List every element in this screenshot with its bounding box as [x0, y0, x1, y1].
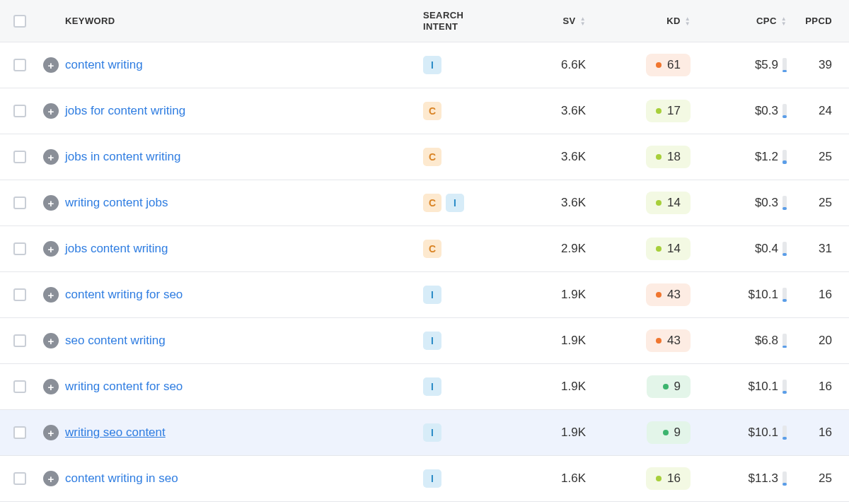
keyword-link[interactable]: content writing in seo	[65, 471, 178, 485]
kd-value: 18	[667, 150, 681, 164]
table-row: +writing seo contentI1.9K9$10.116	[0, 410, 849, 456]
sv-value: 1.9K	[561, 288, 586, 302]
sv-value: 3.6K	[561, 196, 586, 210]
intent-informational-badge[interactable]: I	[446, 194, 464, 212]
row-checkbox[interactable]	[13, 197, 26, 209]
kd-dot-icon	[656, 476, 662, 481]
sort-icon: ▲▼	[781, 16, 787, 26]
kd-dot-icon	[656, 62, 662, 68]
col-header-kd-label: KD	[666, 16, 681, 26]
row-checkbox[interactable]	[13, 380, 26, 393]
col-header-cpc[interactable]: CPC ▲▼	[699, 16, 791, 26]
intent-commercial-badge[interactable]: C	[423, 148, 441, 166]
kd-value: 9	[674, 426, 681, 440]
keyword-link[interactable]: jobs for content writing	[65, 104, 185, 117]
intent-informational-badge[interactable]: I	[423, 469, 441, 488]
col-header-sv[interactable]: SV ▲▼	[508, 16, 600, 26]
cpc-value: $11.3	[748, 471, 778, 486]
row-checkbox[interactable]	[13, 151, 26, 163]
col-header-sv-label: SV	[563, 16, 576, 26]
keyword-link[interactable]: content writing for seo	[65, 288, 183, 301]
keyword-link[interactable]: writing content jobs	[65, 196, 168, 209]
table-row: +jobs for content writingC3.6K17$0.324	[0, 88, 849, 134]
keyword-link[interactable]: seo content writing	[65, 334, 166, 347]
kd-value: 61	[667, 58, 681, 72]
expand-button[interactable]: +	[43, 149, 59, 165]
kd-dot-icon	[656, 154, 662, 160]
cpc-value: $6.8	[755, 334, 778, 348]
kd-value: 17	[667, 104, 681, 118]
cpc-value: $10.1	[748, 380, 778, 394]
table-row: +content writingI6.6K61$5.939	[0, 42, 849, 88]
intent-informational-badge[interactable]: I	[423, 286, 441, 304]
cpc-bar-icon	[782, 334, 787, 348]
kd-pill: 9	[647, 375, 691, 398]
row-checkbox[interactable]	[13, 105, 26, 117]
select-all-checkbox[interactable]	[13, 15, 26, 28]
ppcd-value: 16	[819, 288, 832, 302]
cpc-bar-icon	[782, 58, 787, 72]
table-row: +writing content for seoI1.9K9$10.116	[0, 364, 849, 410]
ppcd-value: 39	[819, 58, 832, 72]
kd-pill: 43	[646, 283, 691, 306]
kd-dot-icon	[663, 384, 669, 389]
sv-value: 1.9K	[561, 426, 586, 440]
ppcd-value: 24	[819, 104, 832, 118]
keyword-link[interactable]: writing seo content	[65, 426, 166, 439]
expand-button[interactable]: +	[43, 287, 59, 303]
row-checkbox[interactable]	[13, 242, 26, 255]
expand-button[interactable]: +	[43, 241, 59, 257]
ppcd-value: 20	[819, 334, 832, 348]
intent-informational-badge[interactable]: I	[423, 423, 441, 442]
expand-button[interactable]: +	[43, 471, 59, 486]
expand-button[interactable]: +	[43, 103, 59, 119]
intent-informational-badge[interactable]: I	[423, 377, 441, 396]
keyword-table: Keyword Search Intent SV ▲▼ KD ▲▼ CPC ▲▼…	[0, 0, 849, 504]
intent-commercial-badge[interactable]: C	[423, 102, 441, 120]
sv-value: 1.6K	[561, 471, 586, 486]
row-checkbox[interactable]	[13, 334, 26, 347]
col-header-keyword[interactable]: Keyword	[62, 16, 423, 26]
kd-pill: 9	[647, 421, 691, 444]
intent-informational-badge[interactable]: I	[423, 56, 441, 74]
expand-button[interactable]: +	[43, 379, 59, 394]
cpc-value: $0.3	[755, 104, 778, 118]
kd-dot-icon	[656, 246, 662, 252]
row-checkbox[interactable]	[13, 426, 26, 439]
row-checkbox[interactable]	[13, 59, 26, 71]
cpc-bar-icon	[782, 242, 787, 256]
sv-value: 3.6K	[561, 104, 586, 118]
cpc-value: $10.1	[748, 426, 778, 440]
sv-value: 2.9K	[561, 242, 586, 256]
intent-commercial-badge[interactable]: C	[423, 240, 441, 258]
col-header-kd[interactable]: KD ▲▼	[600, 16, 699, 26]
keyword-link[interactable]: jobs content writing	[65, 242, 168, 255]
intent-informational-badge[interactable]: I	[423, 332, 441, 350]
kd-dot-icon	[656, 292, 662, 298]
cpc-value: $0.3	[755, 196, 778, 210]
row-checkbox[interactable]	[13, 472, 26, 485]
kd-dot-icon	[656, 338, 662, 344]
col-header-intent[interactable]: Search Intent	[423, 10, 508, 32]
col-header-ppcd[interactable]: PPCD	[791, 16, 849, 26]
expand-button[interactable]: +	[43, 57, 59, 73]
cpc-value: $5.9	[755, 58, 778, 72]
kd-value: 14	[667, 242, 681, 256]
ppcd-value: 16	[819, 380, 832, 394]
cpc-bar-icon	[782, 150, 787, 164]
intent-commercial-badge[interactable]: C	[423, 194, 441, 212]
sort-icon: ▲▼	[685, 16, 691, 26]
expand-button[interactable]: +	[43, 195, 59, 211]
cpc-value: $0.4	[755, 242, 778, 256]
expand-button[interactable]: +	[43, 333, 59, 348]
keyword-link[interactable]: writing content for seo	[65, 380, 183, 393]
keyword-link[interactable]: content writing	[65, 58, 143, 71]
col-header-cpc-label: CPC	[756, 16, 777, 26]
keyword-link[interactable]: jobs in content writing	[65, 150, 180, 163]
sv-value: 3.6K	[561, 150, 586, 164]
expand-button[interactable]: +	[43, 425, 59, 440]
ppcd-value: 16	[819, 426, 832, 440]
ppcd-value: 25	[819, 150, 832, 164]
kd-dot-icon	[656, 200, 662, 206]
row-checkbox[interactable]	[13, 288, 26, 301]
